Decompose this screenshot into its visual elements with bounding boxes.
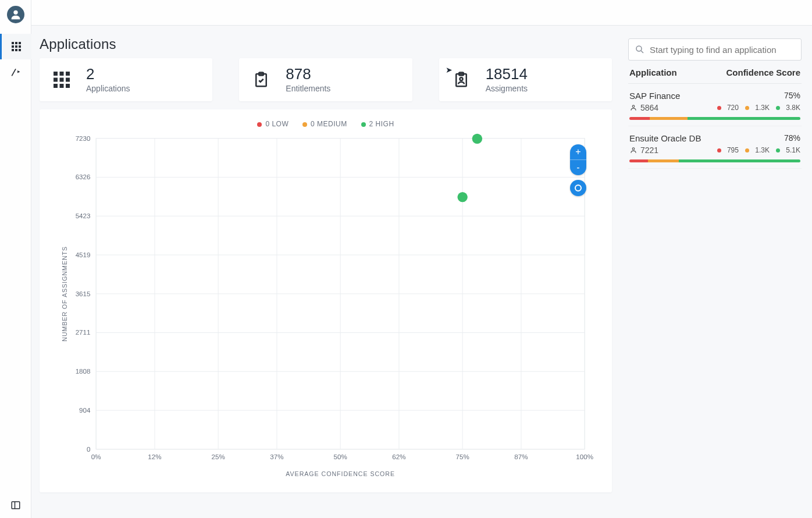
svg-point-70 — [632, 148, 635, 150]
app-bar — [629, 159, 800, 162]
col-application: Application — [629, 68, 677, 77]
card-ent-value: 878 — [286, 66, 330, 81]
svg-text:62%: 62% — [392, 453, 405, 460]
app-score: 75% — [784, 91, 800, 101]
app-breakdown: 795 1.3K 5.1K — [715, 146, 800, 154]
card-ent-label: Entitlements — [286, 84, 330, 93]
col-confidence: Confidence Score — [726, 68, 800, 77]
svg-text:37%: 37% — [270, 453, 283, 460]
scatter-plot[interactable]: 0%12%25%37%50%62%75%87%100%0904180827113… — [51, 133, 600, 482]
svg-text:1808: 1808 — [76, 367, 91, 375]
card-asg-value: 18514 — [486, 66, 528, 81]
nav-panel-toggle-icon[interactable] — [0, 492, 31, 518]
clipboard-user-icon — [450, 68, 473, 91]
svg-text:6326: 6326 — [76, 173, 91, 180]
svg-rect-16 — [60, 78, 64, 82]
svg-rect-18 — [54, 84, 58, 88]
search-input-wrapper[interactable] — [628, 38, 802, 61]
nav-rules-icon[interactable] — [0, 59, 31, 85]
svg-text:4519: 4519 — [76, 251, 91, 258]
svg-rect-2 — [15, 42, 17, 44]
svg-rect-1 — [12, 42, 14, 44]
svg-rect-15 — [54, 78, 58, 82]
svg-point-65 — [457, 192, 467, 202]
search-icon — [635, 44, 645, 55]
zoom-reset-button[interactable] — [570, 180, 586, 196]
svg-text:0: 0 — [87, 445, 90, 453]
app-name: Ensuite Oracle DB — [629, 133, 701, 143]
app-breakdown: 720 1.3K 3.8K — [715, 104, 800, 112]
clipboard-check-icon — [250, 68, 273, 91]
zoom-out-button[interactable]: - — [570, 160, 586, 175]
svg-rect-6 — [19, 45, 21, 48]
zoom-in-button[interactable]: + — [570, 144, 586, 159]
app-list-item[interactable]: SAP Finance 75% 5864 720 1.3K 3.8K — [628, 84, 802, 126]
svg-rect-14 — [66, 72, 70, 76]
svg-point-66 — [472, 134, 482, 144]
svg-rect-17 — [66, 78, 70, 82]
svg-text:2711: 2711 — [76, 328, 91, 336]
svg-text:100%: 100% — [576, 453, 593, 460]
svg-text:904: 904 — [79, 406, 91, 414]
nav-applications-icon[interactable] — [0, 34, 31, 59]
svg-text:AVERAGE CONFIDENCE SCORE: AVERAGE CONFIDENCE SCORE — [286, 470, 395, 477]
app-score: 78% — [784, 133, 800, 143]
app-bar — [629, 117, 800, 120]
grid-icon — [50, 68, 73, 91]
card-applications: 2 Applications — [40, 58, 212, 101]
svg-rect-20 — [66, 84, 70, 88]
svg-text:25%: 25% — [212, 453, 225, 460]
svg-rect-10 — [12, 502, 20, 509]
svg-rect-9 — [19, 49, 21, 51]
svg-text:50%: 50% — [334, 453, 347, 460]
svg-point-67 — [636, 46, 642, 51]
card-apps-value: 2 — [86, 66, 130, 81]
svg-rect-7 — [12, 49, 14, 51]
svg-rect-19 — [60, 84, 64, 88]
page-title: Applications — [40, 36, 612, 52]
legend-high[interactable]: 2 HIGH — [361, 120, 394, 128]
legend-low[interactable]: 0 LOW — [257, 120, 289, 128]
svg-text:NUMBER OF ASSIGNMENTS: NUMBER OF ASSIGNMENTS — [61, 246, 68, 342]
svg-text:0%: 0% — [91, 453, 101, 460]
svg-text:5423: 5423 — [76, 212, 91, 219]
svg-rect-4 — [12, 45, 14, 48]
app-users: 7221 — [629, 146, 658, 155]
card-entitlements: 878 Entitlements — [239, 58, 412, 101]
app-name: SAP Finance — [629, 91, 680, 101]
legend-medium[interactable]: 0 MEDIUM — [302, 120, 347, 128]
svg-point-25 — [460, 77, 462, 80]
svg-text:12%: 12% — [148, 453, 161, 460]
card-asg-label: Assigments — [486, 84, 528, 93]
card-apps-label: Applications — [86, 84, 130, 93]
svg-text:75%: 75% — [456, 453, 469, 460]
avatar[interactable] — [7, 6, 24, 23]
svg-rect-3 — [19, 42, 21, 44]
svg-point-69 — [632, 105, 635, 108]
user-icon — [629, 146, 638, 154]
app-list-item[interactable]: Ensuite Oracle DB 78% 7221 795 1.3K 5.1K — [628, 126, 802, 169]
svg-rect-12 — [54, 72, 58, 76]
svg-line-68 — [641, 51, 643, 53]
svg-text:7230: 7230 — [76, 134, 91, 142]
search-input[interactable] — [645, 44, 795, 55]
card-assignments: 18514 Assigments — [439, 58, 612, 101]
svg-text:87%: 87% — [514, 453, 528, 460]
svg-text:3615: 3615 — [76, 290, 91, 297]
app-users: 5864 — [629, 103, 658, 112]
svg-rect-5 — [15, 45, 17, 48]
svg-rect-13 — [60, 72, 64, 76]
user-icon — [629, 104, 638, 112]
svg-point-0 — [13, 10, 17, 15]
svg-rect-8 — [15, 49, 17, 51]
